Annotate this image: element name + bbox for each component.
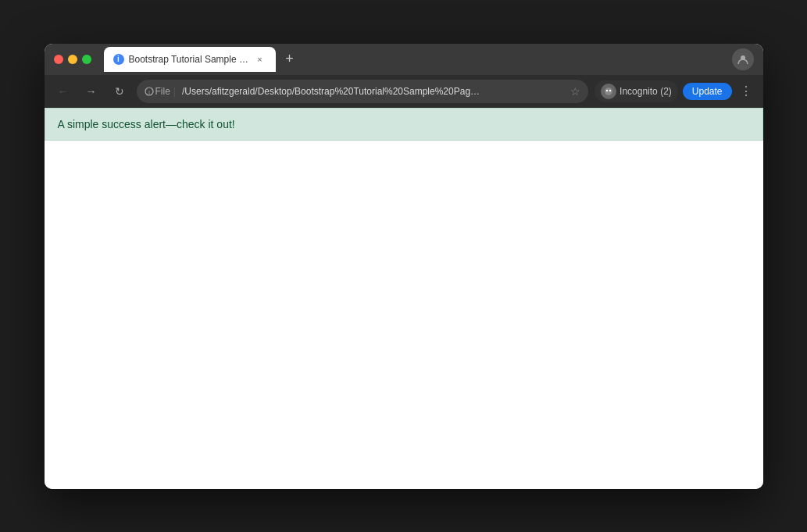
tab-close-button[interactable]: × bbox=[254, 53, 266, 66]
incognito-button[interactable]: Incognito (2) bbox=[595, 80, 678, 102]
tab-right-controls bbox=[732, 48, 754, 70]
page-content: A simple success alert—check it out! bbox=[45, 108, 763, 489]
minimize-button[interactable] bbox=[68, 55, 77, 64]
svg-point-4 bbox=[606, 89, 608, 91]
active-tab[interactable]: Bootstrap Tutorial Sample Pag… × bbox=[104, 47, 276, 72]
forward-icon: → bbox=[86, 85, 97, 98]
back-button[interactable]: ← bbox=[52, 80, 74, 102]
incognito-icon bbox=[601, 84, 616, 99]
incognito-label: Incognito (2) bbox=[620, 86, 672, 97]
browser-window: Bootstrap Tutorial Sample Pag… × + ← → ↻ bbox=[45, 44, 763, 489]
title-bar: Bootstrap Tutorial Sample Pag… × + bbox=[45, 44, 763, 75]
new-tab-button[interactable]: + bbox=[279, 48, 301, 70]
svg-point-5 bbox=[609, 89, 611, 91]
url-text: /Users/afitzgerald/Desktop/Bootstrap%20T… bbox=[182, 86, 566, 97]
profile-button[interactable] bbox=[732, 48, 754, 70]
right-controls: Incognito (2) Update ⋮ bbox=[595, 80, 755, 102]
maximize-button[interactable] bbox=[82, 55, 91, 64]
reload-icon: ↻ bbox=[115, 85, 124, 98]
tab-title: Bootstrap Tutorial Sample Pag… bbox=[129, 54, 249, 65]
tab-favicon-icon bbox=[113, 54, 124, 65]
url-bar[interactable]: i File | /Users/afitzgerald/Desktop/Boot… bbox=[137, 80, 589, 103]
traffic-lights bbox=[54, 55, 91, 64]
file-scheme-label: File bbox=[155, 86, 170, 97]
browser-menu-button[interactable]: ⋮ bbox=[737, 80, 755, 102]
close-button[interactable] bbox=[54, 55, 63, 64]
tab-bar: Bootstrap Tutorial Sample Pag… × + bbox=[104, 47, 754, 72]
bookmark-star-icon[interactable]: ☆ bbox=[570, 85, 580, 98]
back-icon: ← bbox=[58, 85, 69, 98]
svg-text:i: i bbox=[148, 89, 150, 95]
svg-point-3 bbox=[605, 87, 612, 95]
address-bar: ← → ↻ i File | /Users/afitzgerald/Deskto… bbox=[45, 75, 763, 108]
url-scheme-info: i File | bbox=[145, 86, 177, 97]
success-alert: A simple success alert—check it out! bbox=[45, 108, 763, 141]
forward-button[interactable]: → bbox=[80, 80, 102, 102]
url-separator: | bbox=[173, 86, 176, 97]
reload-button[interactable]: ↻ bbox=[109, 80, 130, 102]
update-button[interactable]: Update bbox=[683, 83, 732, 100]
alert-text: A simple success alert—check it out! bbox=[58, 118, 235, 130]
